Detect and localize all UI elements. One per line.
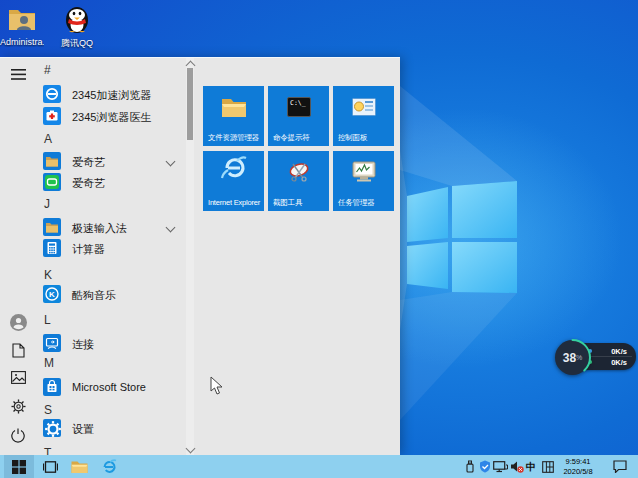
desktop-icon-qq[interactable]: 腾讯QQ <box>55 4 99 50</box>
app-item-kugou[interactable]: K 酷狗音乐 <box>0 284 186 305</box>
app-folder-iqiyi[interactable]: 爱奇艺 <box>0 151 186 172</box>
desktop-icon-administrator[interactable]: Administra... <box>0 4 44 47</box>
action-center-button[interactable] <box>610 455 630 478</box>
memory-percent-unit: % <box>576 354 582 361</box>
desktop-icon-label: 腾讯QQ <box>55 37 99 50</box>
hamburger-menu-button[interactable] <box>8 64 28 84</box>
file-explorer-icon <box>203 92 264 122</box>
chevron-down-icon[interactable] <box>166 157 176 167</box>
internet-explorer-taskbar-button[interactable] <box>93 455 123 478</box>
tile-command-prompt[interactable]: C:\_ 命令提示符 <box>268 86 329 146</box>
clock-date: 2020/5/8 <box>556 467 600 477</box>
app-folder-icon <box>43 218 61 236</box>
volume-muted-tray-icon[interactable] <box>509 455 524 478</box>
taskbar-clock[interactable]: 9:59:41 2020/5/8 <box>556 457 600 476</box>
ime-keyboard-tray-icon[interactable] <box>540 455 555 478</box>
scroll-down-icon[interactable] <box>186 444 196 454</box>
task-view-button[interactable] <box>35 455 65 478</box>
tile-internet-explorer[interactable]: Internet Explorer <box>203 151 264 211</box>
task-view-icon <box>43 461 58 473</box>
app-item-iqiyi[interactable]: 爱奇艺 <box>0 172 186 193</box>
control-panel-icon <box>333 92 394 122</box>
microsoft-store-icon <box>43 378 61 396</box>
calculator-icon <box>43 239 61 257</box>
settings-app-icon <box>43 419 61 437</box>
gear-icon <box>11 399 26 414</box>
app-list-scrollbar[interactable] <box>186 58 194 456</box>
hamburger-icon <box>11 69 26 80</box>
user-account-button[interactable] <box>8 312 28 332</box>
snipping-tool-icon <box>268 157 329 187</box>
app-item-settings[interactable]: 设置 <box>0 418 186 439</box>
start-button[interactable] <box>4 455 34 478</box>
app-folder-jisu-ime[interactable]: 极速输入法 <box>0 217 186 238</box>
section-letter[interactable]: A <box>44 132 52 146</box>
tile-file-explorer[interactable]: 文件资源管理器 <box>203 86 264 146</box>
windows-logo-icon <box>12 460 26 474</box>
speedball-memory-circle[interactable]: 38% <box>555 340 590 375</box>
section-letter[interactable]: J <box>44 197 50 211</box>
section-letter[interactable]: L <box>44 313 51 327</box>
upload-speed: 0K/s <box>611 347 627 356</box>
download-row: 0K/s <box>588 356 634 368</box>
usb-tray-icon[interactable] <box>463 455 476 478</box>
svg-text:K: K <box>49 290 55 299</box>
app-folder-icon <box>43 152 61 170</box>
kugou-icon: K <box>43 285 61 303</box>
internet-explorer-icon <box>203 153 264 183</box>
command-prompt-icon: C:\_ <box>268 92 329 122</box>
tile-task-manager[interactable]: 任务管理器 <box>333 151 394 211</box>
2345-doctor-icon <box>43 107 61 125</box>
user-avatar-icon <box>10 314 27 331</box>
memory-percent: 38 <box>563 351 576 365</box>
tile-snipping-tool[interactable]: 截图工具 <box>268 151 329 211</box>
chevron-down-icon[interactable] <box>166 223 176 233</box>
app-item-connect[interactable]: 连接 <box>0 333 186 354</box>
task-manager-icon <box>333 157 394 187</box>
tile-control-panel[interactable]: 控制面板 <box>333 86 394 146</box>
file-explorer-taskbar-button[interactable] <box>64 455 94 478</box>
download-speed: 0K/s <box>611 358 627 367</box>
qq-penguin-icon <box>62 4 92 34</box>
app-item-2345-browser[interactable]: 2345加速浏览器 <box>0 84 186 105</box>
iqiyi-icon <box>43 173 61 191</box>
scrollbar-thumb[interactable] <box>187 68 193 140</box>
app-item-2345-doctor[interactable]: 2345浏览器医生 <box>0 106 186 127</box>
2345-browser-icon <box>43 85 61 103</box>
section-letter[interactable]: K <box>44 268 52 282</box>
network-tray-icon[interactable] <box>492 455 509 478</box>
desktop-icon-label: Administra... <box>0 37 44 47</box>
connect-icon <box>43 334 61 352</box>
section-letter[interactable]: M <box>44 356 54 370</box>
taskbar: 中 9:59:41 2020/5/8 <box>0 455 638 478</box>
clock-time: 9:59:41 <box>556 457 600 467</box>
svg-text:C:\_: C:\_ <box>290 99 306 107</box>
file-explorer-icon <box>71 460 88 474</box>
security-shield-tray-icon[interactable] <box>477 455 492 478</box>
app-item-calculator[interactable]: 计算器 <box>0 238 186 259</box>
section-letter[interactable]: # <box>44 63 51 77</box>
ime-mode-indicator[interactable]: 中 <box>524 455 538 478</box>
app-item-microsoft-store[interactable]: Microsoft Store <box>0 377 186 398</box>
start-menu: # A J K L M S T 2345加速浏览器 2345浏览器医生 爱奇艺 … <box>0 57 400 455</box>
user-folder-icon <box>7 4 37 34</box>
settings-rail-button[interactable] <box>8 396 28 416</box>
section-letter[interactable]: S <box>44 403 52 417</box>
internet-explorer-icon <box>100 459 117 475</box>
